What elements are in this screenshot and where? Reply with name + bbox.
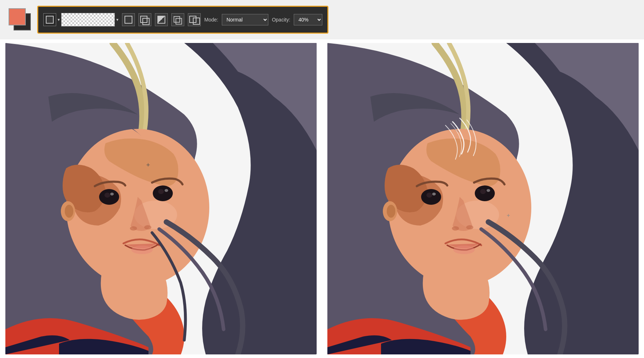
toolbar-panel: ▾ ▾ Mode: Normal Multiply Scr xyxy=(37,6,328,34)
tool-new-layer-btn[interactable] xyxy=(122,13,135,26)
square-empty-icon xyxy=(125,16,132,24)
square-half-icon xyxy=(157,16,165,24)
square-overlap-icon xyxy=(189,16,199,24)
svg-point-27 xyxy=(487,189,490,192)
svg-point-11 xyxy=(130,226,137,231)
opacity-label: Opacity: xyxy=(272,17,290,23)
right-artwork-panel[interactable]: + xyxy=(327,43,639,354)
svg-point-24 xyxy=(432,193,436,195)
color-dropdown-chevron[interactable]: ▾ xyxy=(58,17,60,22)
gradient-selector[interactable]: ▾ ▾ xyxy=(43,13,118,26)
svg-point-15 xyxy=(65,205,73,218)
svg-point-7 xyxy=(110,193,114,195)
svg-point-29 xyxy=(466,225,473,229)
svg-point-26 xyxy=(480,189,486,194)
square-two-icon xyxy=(140,16,150,24)
svg-point-13 xyxy=(131,246,153,254)
svg-point-9 xyxy=(158,189,164,194)
svg-point-32 xyxy=(387,205,395,218)
mode-label: Mode: xyxy=(204,17,218,23)
tool-mask-btn[interactable] xyxy=(155,13,168,26)
color-preview-btn[interactable] xyxy=(43,13,56,26)
mode-select[interactable]: Normal Multiply Screen Overlay Darken Li… xyxy=(222,14,268,25)
tool-overlap-btn[interactable] xyxy=(188,13,201,26)
svg-point-12 xyxy=(144,225,151,229)
color-swatches[interactable] xyxy=(7,7,33,33)
svg-point-6 xyxy=(104,193,110,198)
left-artwork-panel[interactable]: + xyxy=(5,43,317,354)
svg-point-30 xyxy=(453,246,475,254)
svg-text:+: + xyxy=(507,212,510,218)
svg-point-28 xyxy=(452,226,459,231)
svg-text:+: + xyxy=(146,161,150,169)
left-painting: + xyxy=(5,43,317,354)
gradient-dropdown-chevron[interactable]: ▾ xyxy=(116,17,118,22)
right-painting: + xyxy=(327,43,639,354)
square-intersect-icon xyxy=(174,16,182,23)
svg-point-10 xyxy=(165,189,168,192)
svg-point-23 xyxy=(426,193,432,198)
tool-duplicate-btn[interactable] xyxy=(138,13,151,26)
gradient-preview[interactable] xyxy=(61,13,115,26)
tool-intersect-btn[interactable] xyxy=(171,13,184,26)
opacity-select[interactable]: 40% 10% 20% 30% 50% 60% 70% 80% 90% 100% xyxy=(294,14,322,25)
canvas-area: + xyxy=(0,39,644,358)
toolbar: ▾ ▾ Mode: Normal Multiply Scr xyxy=(0,0,644,39)
foreground-color-swatch[interactable] xyxy=(9,8,26,25)
